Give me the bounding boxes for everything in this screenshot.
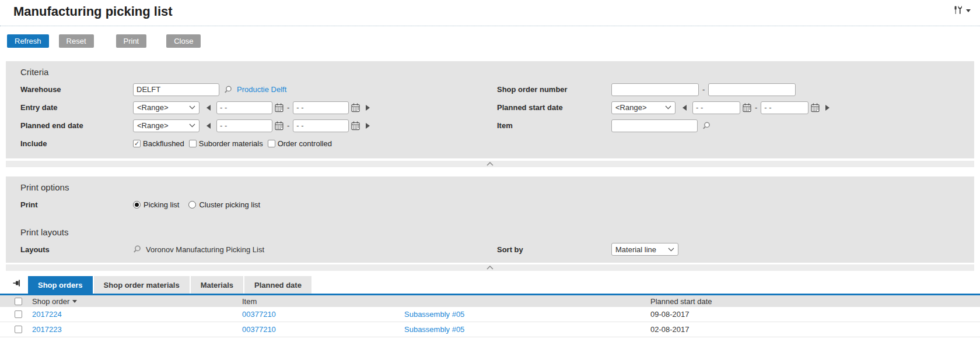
refresh-button[interactable]: Refresh [7,34,49,48]
cluster-picking-list-radio[interactable] [188,201,196,209]
caret-down-icon [966,9,971,12]
warehouse-search-icon[interactable] [224,85,233,94]
layouts-label: Layouts [20,245,133,254]
planned-start-date-cell: 09-08-2017 [650,310,980,319]
item-input[interactable] [611,119,698,132]
print-layouts-section-title: Print layouts [20,227,960,237]
warehouse-label: Warehouse [20,85,133,94]
tab-bar: Shop orders Shop order materials Materia… [0,276,980,294]
pin-icon[interactable] [13,279,21,289]
sort-by-select[interactable]: Material line [611,243,678,256]
suborder-materials-checkbox-label: Suborder materials [199,139,263,148]
criteria-row-warehouse: Warehouse Productie Delft Shop order num… [20,80,960,98]
criteria-collapse-button[interactable] [6,161,974,167]
entry-date-range-select[interactable]: <Range> [133,101,200,114]
criteria-row-entry-date: Entry date <Range> - Planned start date … [20,98,960,116]
chevron-down-icon [665,105,671,110]
tab-shop-order-materials[interactable]: Shop order materials [94,276,190,294]
calendar-icon[interactable] [743,103,751,112]
table-row: ✓ 2017223 00377210 Subassembly #05 02-08… [0,322,980,337]
print-button[interactable]: Print [116,34,147,48]
criteria-section-title: Criteria [20,67,960,77]
item-label: Item [497,121,611,130]
planned-end-date-range-select[interactable]: <Range> [133,119,200,132]
tab-label: Materials [201,281,233,289]
criteria-panel: Criteria Warehouse Productie Delft Shop … [6,61,974,158]
range-separator: - [702,85,705,94]
shop-order-number-from-input[interactable] [611,83,699,96]
planned-start-date-to-input[interactable] [761,101,808,114]
tab-label: Shop order materials [104,281,180,289]
table-row: ✓ 2017224 00377210 Subassembly #05 09-08… [0,307,980,322]
select-all-checkbox[interactable]: ✓ [15,298,22,305]
print-options-collapse-button[interactable] [6,264,974,271]
entry-date-next-arrow[interactable] [366,105,370,111]
order-controlled-checkbox[interactable]: ✓ [268,140,275,147]
calendar-icon[interactable] [351,103,360,112]
suborder-materials-checkbox[interactable]: ✓ [189,140,197,147]
layouts-row: Layouts Voronov Manufacturing Picking Li… [20,241,960,258]
options-menu-button[interactable] [953,6,971,15]
print-options-section-title: Print options [20,182,960,192]
criteria-row-include: Include ✓ Backflushed ✓ Suborder materia… [20,135,960,153]
backflushed-checkbox[interactable]: ✓ [133,140,141,147]
picking-list-radio[interactable] [133,201,141,209]
calendar-icon[interactable] [811,103,820,112]
sort-desc-icon [72,300,77,303]
row-checkbox[interactable]: ✓ [15,326,22,333]
reset-button[interactable]: Reset [59,34,94,48]
planned-start-date-range-select[interactable]: <Range> [611,101,676,114]
entry-date-range-value: <Range> [137,103,169,112]
chevron-up-icon [487,266,494,270]
shop-order-number-to-input[interactable] [708,83,796,96]
tab-label: Planned date [254,281,302,289]
shop-order-link[interactable]: 2017223 [32,325,62,334]
warehouse-input[interactable] [133,83,219,96]
planned-start-date-from-input[interactable] [692,101,740,114]
entry-date-prev-arrow[interactable] [206,105,211,111]
planned-end-date-prev-arrow[interactable] [206,123,211,129]
tab-label: Shop orders [38,281,83,289]
tab-materials[interactable]: Materials [191,276,243,294]
item-description-link[interactable]: Subassembly #05 [404,325,464,334]
layouts-search-icon[interactable] [133,245,142,254]
tab-shop-orders[interactable]: Shop orders [28,276,93,294]
planned-start-date-label: Planned start date [497,103,611,112]
calendar-icon[interactable] [351,121,360,130]
planned-start-date-next-arrow[interactable] [825,105,830,111]
item-link[interactable]: 00377210 [242,310,276,319]
planned-end-date-next-arrow[interactable] [366,123,370,129]
range-separator: - [287,121,289,130]
item-description-link[interactable]: Subassembly #05 [404,310,464,319]
close-button[interactable]: Close [166,34,201,48]
planned-end-date-to-input[interactable] [293,119,349,132]
order-controlled-checkbox-label: Order controlled [278,139,332,148]
cluster-picking-list-radio-label: Cluster picking list [199,200,260,209]
planned-end-date-from-input[interactable] [216,119,272,132]
print-options-panel: Print options Print Picking list Cluster… [6,176,974,263]
entry-date-to-input[interactable] [293,101,349,114]
print-row: Print Picking list Cluster picking list [20,196,960,213]
sort-by-value: Material line [615,245,656,254]
warehouse-description-link[interactable]: Productie Delft [237,85,286,94]
shop-order-link[interactable]: 2017224 [32,310,62,319]
criteria-row-planned-end-date: Planned end date <Range> - Item [20,116,960,135]
shop-order-header-label: Shop order [32,297,69,306]
entry-date-label: Entry date [20,103,133,112]
item-search-icon[interactable] [702,121,712,130]
calendar-icon[interactable] [275,103,284,112]
tab-planned-date[interactable]: Planned date [244,276,312,294]
planned-end-date-range-value: <Range> [137,121,169,130]
toolbar: Refresh Reset Print Close [7,34,980,48]
planned-start-date-prev-arrow[interactable] [682,105,687,111]
planned-start-date-column-header[interactable]: Planned start date [650,297,980,306]
page-title: Manufacturing picking list [13,4,173,19]
calendar-icon[interactable] [275,121,284,130]
item-link[interactable]: 00377210 [242,325,276,334]
row-checkbox[interactable]: ✓ [15,310,22,318]
entry-date-from-input[interactable] [216,101,272,114]
planned-end-date-label: Planned end date [20,121,133,130]
item-column-header[interactable]: Item [242,297,404,306]
chevron-down-icon [189,123,195,128]
shop-order-column-header[interactable]: Shop order [32,297,242,306]
